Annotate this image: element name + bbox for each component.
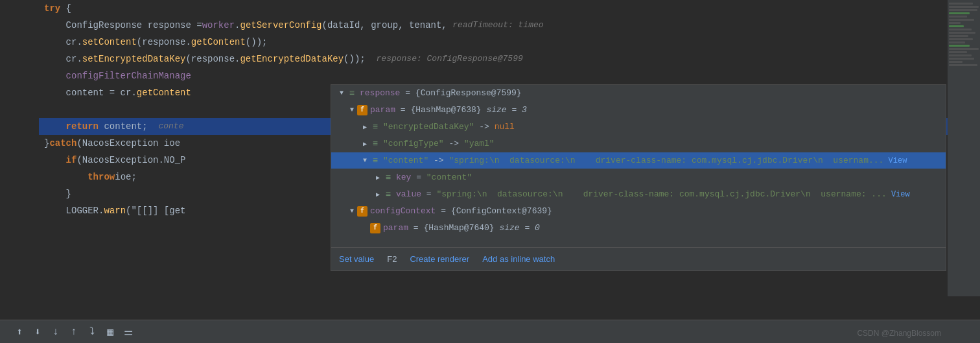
- debug-eq: =: [395, 105, 410, 115]
- debug-row[interactable]: ▼ f configContext = {ConfigContext@7639}: [331, 203, 946, 220]
- debug-row[interactable]: ▶ "configType" -> "yaml": [331, 136, 946, 152]
- code-line: configFilterChainManage: [39, 67, 980, 84]
- toolbar-btn-up1[interactable]: ⬆: [10, 323, 29, 341]
- keyword-try: try: [44, 0, 60, 17]
- code-method: getServerConfig: [240, 17, 321, 34]
- debug-eq: =: [400, 88, 415, 98]
- code-plain: LOGGER.: [44, 202, 104, 219]
- field-icon-f: f: [370, 223, 380, 233]
- code-line: cr. setEncryptedDataKey (response. getEn…: [39, 51, 980, 67]
- line-numbers: [0, 0, 39, 320]
- line-num: [0, 219, 32, 236]
- debug-row[interactable]: ▼ f param = {HashMap@7638} size = 3: [331, 102, 946, 119]
- toolbar-btn-up2[interactable]: ↑: [65, 323, 83, 341]
- debug-key: key: [396, 172, 411, 182]
- code-line: ConfigResponse response = worker . getSe…: [39, 17, 980, 34]
- field-icon-eq: [383, 189, 393, 200]
- code-plain: ());: [246, 34, 268, 51]
- debug-arrow: ->: [444, 139, 464, 148]
- expand-icon[interactable]: ▼: [347, 105, 357, 115]
- expand-icon[interactable]: ▼: [360, 156, 370, 166]
- debug-eq: =: [436, 206, 450, 216]
- code-plain: (response.: [185, 51, 240, 67]
- code-plain: [44, 67, 66, 84]
- line-num: [0, 169, 32, 185]
- code-plain: .: [235, 17, 240, 34]
- line-num: [0, 84, 32, 101]
- create-renderer-link[interactable]: Create renderer: [410, 254, 469, 264]
- code-plain: cr.: [44, 34, 82, 51]
- debug-value-null: null: [495, 122, 515, 132]
- view-link[interactable]: View: [883, 156, 907, 165]
- csdn-watermark: CSDN @ZhangBlossom: [857, 329, 941, 338]
- toolbar-btn-arrow[interactable]: ⤵: [83, 323, 101, 341]
- line-num: [0, 118, 32, 135]
- debug-key: value: [396, 189, 421, 199]
- debug-row[interactable]: f param = {HashMap@7640} size = 0: [331, 220, 946, 237]
- debug-value-str: "content": [426, 172, 472, 182]
- line-num: [0, 101, 32, 118]
- code-var: worker: [202, 17, 235, 34]
- debug-key-content: "content": [383, 156, 428, 165]
- set-value-link[interactable]: Set value: [339, 254, 374, 264]
- code-plain: ioe;: [115, 169, 137, 185]
- code-method: getContent: [191, 34, 246, 51]
- debug-row[interactable]: ▶ key = "content": [331, 169, 946, 186]
- field-icon-f: f: [357, 105, 368, 115]
- inlay-hint: readTimeout: timeo: [452, 17, 543, 34]
- code-plain: (NacosException.NO_P: [76, 152, 185, 169]
- code-plain: [44, 152, 66, 169]
- debug-footer: Set value F2 Create renderer Add as inli…: [331, 247, 946, 270]
- expand-icon[interactable]: ▼: [347, 206, 357, 217]
- line-num: [0, 67, 32, 84]
- line-num: [0, 236, 32, 253]
- code-method: warn: [104, 202, 126, 219]
- line-num: [0, 185, 32, 202]
- expand-icon[interactable]: ▶: [373, 189, 383, 200]
- toolbar-btn-down1[interactable]: ⬇: [29, 323, 47, 341]
- debug-row-selected[interactable]: ▼ "content" -> "spring:\n datasource:\n …: [331, 152, 946, 169]
- expand-icon[interactable]: ▶: [373, 172, 383, 183]
- keyword-catch: catch: [49, 135, 76, 152]
- view-link-2[interactable]: View: [887, 190, 910, 199]
- line-num: [0, 270, 32, 287]
- debug-row[interactable]: ▼ response = {ConfigResponse@7599}: [331, 85, 946, 102]
- bottom-toolbar: ⬆ ⬇ ↓ ↑ ⤵ ▦ ⚌ CSDN @ZhangBlossom: [0, 320, 980, 343]
- code-type: ConfigResponse: [66, 17, 143, 34]
- debug-arrow: ->: [428, 156, 449, 165]
- expand-icon[interactable]: ▼: [336, 88, 347, 99]
- set-value-key: F2: [387, 254, 397, 264]
- code-line: cr. setContent (response. getContent ())…: [39, 34, 980, 51]
- debug-popup: ▼ response = {ConfigResponse@7599} ▼ f p…: [331, 84, 946, 271]
- toolbar-btn-menu[interactable]: ⚌: [119, 323, 137, 341]
- debug-row[interactable]: ▶ "encryptedDataKey" -> null: [331, 119, 946, 136]
- code-plain: }: [44, 185, 71, 202]
- code-plain: ());: [344, 51, 376, 67]
- debug-value: {HashMap@7640}: [423, 223, 499, 233]
- code-plain: [44, 17, 66, 34]
- field-icon-eq: [370, 122, 380, 132]
- toolbar-btn-down2[interactable]: ↓: [47, 323, 65, 341]
- code-plain: [44, 118, 66, 135]
- code-method: setContent: [82, 34, 137, 51]
- code-plain: content;: [99, 118, 158, 135]
- inlay-hint-content: conte: [158, 118, 183, 135]
- minimap: [948, 0, 980, 296]
- line-num: [0, 0, 32, 17]
- line-num: [0, 17, 32, 34]
- debug-row[interactable]: ▶ value = "spring:\n datasource:\n drive…: [331, 186, 946, 203]
- debug-key: param: [370, 105, 395, 115]
- line-num: [0, 51, 32, 67]
- line-num: [0, 253, 32, 270]
- keyword-return: return: [66, 118, 99, 135]
- debug-eq: =: [411, 172, 426, 182]
- toolbar-btn-grid[interactable]: ▦: [101, 323, 119, 341]
- code-plain: ("[[]] [get: [126, 202, 185, 219]
- debug-eq: =: [408, 223, 423, 233]
- code-plain: (dataId, group, tenant,: [322, 17, 453, 34]
- field-icon-eq: [347, 88, 357, 99]
- expand-icon[interactable]: ▶: [360, 122, 370, 132]
- expand-icon[interactable]: ▶: [360, 139, 370, 149]
- add-inline-watch-link[interactable]: Add as inline watch: [482, 254, 555, 264]
- debug-value-content: "spring:\n datasource:\n driver-class-na…: [449, 156, 883, 165]
